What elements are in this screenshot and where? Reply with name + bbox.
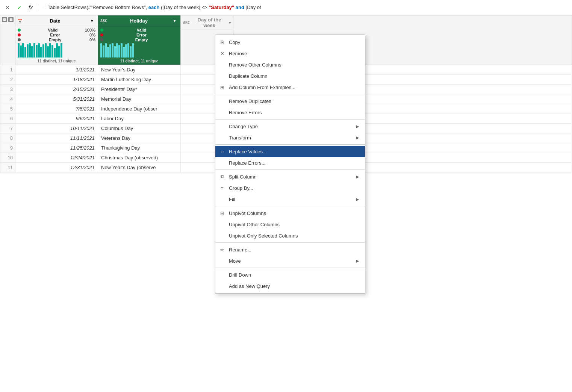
bar <box>20 45 22 58</box>
date-column-dropdown[interactable]: ▾ <box>88 17 95 24</box>
bar <box>42 44 44 58</box>
empty-icon <box>218 123 226 130</box>
table-icon[interactable]: ▦ <box>8 17 14 22</box>
menu-item-label: Change Type <box>229 124 353 129</box>
formula-bar: ✕ ✓ fx = Table.SelectRows(#"Removed Bott… <box>0 0 572 15</box>
empty-icon <box>218 232 226 239</box>
menu-item-transform[interactable]: Transform▶ <box>215 132 365 143</box>
remove-icon: ✕ <box>218 50 226 57</box>
empty-icon <box>218 271 226 278</box>
holiday-column-dropdown[interactable]: ▾ <box>171 17 178 24</box>
menu-item-unpivot-other[interactable]: Unpivot Other Columns <box>215 219 365 230</box>
holiday-empty-dot <box>100 38 103 41</box>
holiday-column-name: Holiday <box>109 18 169 24</box>
menu-item-label: Rename... <box>229 247 359 253</box>
holiday-cell: Christmas Day (observed) <box>98 153 181 163</box>
bar <box>123 47 125 58</box>
date-cell: 2/15/2021 <box>15 85 98 94</box>
menu-item-duplicate-column[interactable]: Duplicate Column <box>215 70 365 82</box>
menu-item-remove[interactable]: ✕Remove <box>215 48 365 59</box>
menu-item-drill-down[interactable]: Drill Down <box>215 269 365 280</box>
bar <box>24 47 26 58</box>
dayofweek-dropdown[interactable]: ▾ <box>229 21 231 25</box>
holiday-cell: Presidents' Day* <box>98 85 181 94</box>
menu-item-change-type[interactable]: Change Type▶ <box>215 121 365 132</box>
menu-item-label: Unpivot Only Selected Columns <box>229 233 359 239</box>
date-column-header[interactable]: 📅 Date ▾ Valid 100% <box>15 15 98 65</box>
menu-separator <box>215 144 365 145</box>
bar <box>47 46 49 58</box>
bar <box>103 45 104 58</box>
cancel-button[interactable]: ✕ <box>3 3 12 12</box>
menu-item-add-new-query[interactable]: Add as New Query <box>215 280 365 292</box>
holiday-distinct-label: 11 distinct, 11 unique <box>98 59 180 65</box>
holiday-empty-label: Empty <box>105 38 178 42</box>
menu-separator <box>215 119 365 120</box>
menu-item-label: Copy <box>229 39 359 45</box>
menu-item-label: Duplicate Column <box>229 73 359 79</box>
unpivot-icon: ⊟ <box>218 209 226 217</box>
menu-item-move[interactable]: Move▶ <box>215 255 365 266</box>
bar <box>22 43 24 58</box>
menu-item-replace-values[interactable]: ↔Replace Values... <box>215 146 365 157</box>
menu-item-remove-other-columns[interactable]: Remove Other Columns <box>215 59 365 70</box>
menu-item-rename[interactable]: ✏Rename... <box>215 244 365 255</box>
menu-item-label: Split Column <box>229 174 353 180</box>
bar <box>58 46 60 58</box>
row-num-corner: ⊞ ▦ <box>0 15 15 65</box>
menu-separator <box>215 242 365 243</box>
bar <box>107 47 109 58</box>
empty-icon <box>218 221 226 228</box>
holiday-cell: Thanksgiving Day <box>98 143 181 153</box>
menu-item-split-column[interactable]: ⧉Split Column▶ <box>215 171 365 182</box>
menu-item-remove-errors[interactable]: Remove Errors <box>215 107 365 118</box>
empty-icon <box>218 72 226 80</box>
bar <box>56 43 58 58</box>
date-cell: 12/24/2021 <box>15 153 98 163</box>
empty-icon <box>218 97 226 105</box>
date-mini-chart <box>15 44 98 59</box>
bar <box>130 46 132 58</box>
table-plus-icon: ⊞ <box>218 83 226 91</box>
holiday-cell: Labor Day <box>98 114 181 124</box>
bar <box>29 43 31 58</box>
bar <box>40 47 42 58</box>
holiday-cell: Columbus Day <box>98 124 181 133</box>
menu-item-group-by[interactable]: ≡Group By... <box>215 182 365 194</box>
menu-item-copy[interactable]: ⎘Copy <box>215 36 365 48</box>
holiday-error-label: Error <box>105 33 178 37</box>
bar <box>27 44 29 58</box>
date-cell: 11/25/2021 <box>15 143 98 153</box>
menu-item-replace-errors[interactable]: Replace Errors... <box>215 157 365 168</box>
formula-divider <box>39 4 39 11</box>
bar <box>36 45 38 58</box>
valid-dot <box>18 29 21 32</box>
row-number: 3 <box>0 85 15 94</box>
menu-item-unpivot-columns[interactable]: ⊟Unpivot Columns <box>215 207 365 219</box>
menu-item-label: Remove <box>229 51 359 56</box>
grid-icon[interactable]: ⊞ <box>2 17 7 22</box>
row-number: 9 <box>0 143 15 153</box>
holiday-cell: New Year's Day <box>98 65 181 75</box>
empty-icon <box>218 282 226 290</box>
menu-item-remove-duplicates[interactable]: Remove Duplicates <box>215 95 365 107</box>
menu-separator <box>215 170 365 170</box>
empty-icon <box>218 61 226 68</box>
bar <box>18 43 20 58</box>
empty-icon <box>218 195 226 203</box>
replace-icon: ↔ <box>218 148 226 155</box>
error-pct: 0% <box>89 33 95 37</box>
menu-item-fill[interactable]: Fill▶ <box>215 194 365 205</box>
holiday-column-header[interactable]: ABC Holiday ▾ Valid Error <box>98 15 181 65</box>
holiday-cell: Memorial Day <box>98 94 181 104</box>
menu-item-label: Unpivot Other Columns <box>229 222 359 227</box>
groupby-icon: ≡ <box>218 184 226 192</box>
empty-icon <box>218 134 226 141</box>
menu-item-add-column-examples[interactable]: ⊞Add Column From Examples... <box>215 82 365 93</box>
menu-item-unpivot-selected[interactable]: Unpivot Only Selected Columns <box>215 230 365 241</box>
bar <box>45 43 47 58</box>
empty-pct: 0% <box>89 38 95 42</box>
accept-button[interactable]: ✓ <box>15 3 24 12</box>
holiday-column-stats: Valid Error Empty <box>98 26 180 44</box>
empty-icon <box>218 109 226 116</box>
